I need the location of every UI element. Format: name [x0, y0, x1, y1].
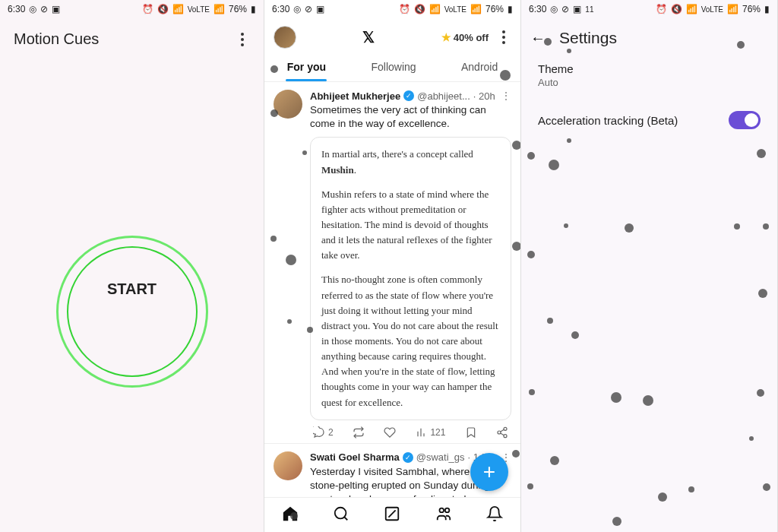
motion-cues-pane: 6:30 ◎ ⊘ ▣ ⏰ 🔇 📶 VoLTE 📶 76% ▮ Motion Cu…	[0, 0, 264, 532]
more-icon[interactable]	[235, 32, 250, 47]
instagram-icon: ◎	[550, 4, 558, 14]
start-label: START	[56, 190, 208, 388]
notif-count: 11	[585, 5, 593, 14]
bookmark-button[interactable]	[465, 426, 477, 439]
nav-notifications-icon[interactable]	[486, 505, 503, 525]
share-button[interactable]	[496, 426, 508, 439]
mute-icon: 🔇	[414, 4, 425, 14]
alarm-icon: ⏰	[142, 4, 153, 14]
battery-label: 76%	[229, 4, 247, 14]
image-icon: ▣	[52, 4, 60, 14]
nav-communities-icon[interactable]	[435, 505, 452, 525]
status-bar: 6:30 ◎ ⊘ ▣ ⏰ 🔇 📶 VoLTE 📶 76% ▮	[264, 0, 520, 18]
mute-icon: 🔇	[157, 4, 169, 14]
nav-search-icon[interactable]	[333, 505, 349, 525]
accel-setting[interactable]: Acceleration tracking (Beta)	[521, 99, 777, 141]
instagram-icon: ◎	[293, 4, 301, 14]
verified-icon: ✓	[403, 452, 413, 463]
tab-for-you[interactable]: For you	[281, 61, 332, 73]
signal-icon: 📶	[727, 4, 738, 14]
tweet-actions: 2 121	[310, 420, 511, 439]
battery-label: 76%	[742, 4, 761, 14]
check-icon: ⊘	[40, 4, 48, 14]
battery-label: 76%	[485, 4, 504, 14]
alarm-icon: ⏰	[656, 4, 667, 14]
x-logo-icon[interactable]: 𝕏	[362, 28, 375, 46]
tweet-author[interactable]: Swati Goel Sharma	[310, 451, 400, 463]
plus-icon: +	[483, 460, 495, 484]
svg-point-6	[445, 508, 450, 512]
status-bar: 6:30 ◎ ⊘ ▣ ⏰ 🔇 📶 VoLTE 📶 76% ▮	[0, 0, 264, 18]
reply-button[interactable]: 2	[313, 426, 334, 439]
svg-point-2	[504, 434, 507, 437]
settings-pane: 6:30 ◎ ⊘ ▣ 11 ⏰ 🔇 📶 VoLTE 📶 76% ▮ ← Sett…	[521, 0, 778, 532]
svg-point-5	[439, 508, 444, 512]
image-icon: ▣	[316, 4, 324, 14]
promo-badge[interactable]: ★40% off	[441, 31, 489, 43]
battery-icon: ▮	[251, 4, 256, 14]
quote-card[interactable]: In martial arts, there's a concept calle…	[310, 137, 511, 420]
tweet-time: · 20h	[473, 90, 495, 102]
page-title: Motion Cues	[14, 30, 99, 48]
status-time: 6:30	[272, 4, 289, 14]
accel-toggle[interactable]	[729, 111, 761, 129]
battery-icon: ▮	[764, 4, 770, 14]
theme-value: Auto	[538, 77, 761, 88]
bottom-nav	[264, 497, 520, 532]
feed-tabs: For you Following Android	[264, 52, 520, 82]
svg-point-1	[498, 431, 501, 434]
tweet-more-icon[interactable]: ⋮	[501, 90, 511, 102]
tab-android[interactable]: Android	[455, 61, 504, 73]
back-icon[interactable]: ←	[530, 30, 546, 47]
page-title: Settings	[559, 29, 617, 47]
mute-icon: 🔇	[671, 4, 682, 14]
wifi-icon: 📶	[429, 4, 441, 14]
tweet-text: Sometimes the very act of thinking can c…	[310, 103, 511, 131]
like-button[interactable]	[384, 426, 396, 439]
tweet-author[interactable]: Abhijeet Mukherjee	[310, 90, 400, 102]
svg-point-3	[335, 507, 346, 518]
profile-avatar[interactable]	[274, 26, 296, 49]
check-icon: ⊘	[305, 4, 312, 14]
status-time: 6:30	[529, 4, 546, 14]
theme-label: Theme	[538, 62, 761, 75]
more-icon[interactable]	[496, 30, 511, 45]
x-app-pane: 6:30 ◎ ⊘ ▣ ⏰ 🔇 📶 VoLTE 📶 76% ▮ 𝕏 ★40% of…	[264, 0, 521, 532]
status-bar: 6:30 ◎ ⊘ ▣ 11 ⏰ 🔇 📶 VoLTE 📶 76% ▮	[521, 0, 777, 18]
tweet-avatar[interactable]	[274, 451, 302, 480]
volte-label: VoLTE	[701, 5, 723, 14]
signal-icon: 📶	[470, 4, 482, 14]
volte-label: VoLTE	[444, 5, 466, 14]
status-time: 6:30	[8, 4, 25, 14]
signal-icon: 📶	[213, 4, 225, 14]
svg-point-0	[504, 427, 507, 430]
compose-fab[interactable]: +	[470, 453, 508, 491]
image-icon: ▣	[573, 4, 581, 14]
verified-icon: ✓	[403, 90, 414, 101]
volte-label: VoLTE	[188, 5, 210, 14]
start-button[interactable]: START	[56, 236, 208, 388]
star-icon: ★	[441, 31, 451, 43]
wifi-icon: 📶	[686, 4, 697, 14]
accel-label: Acceleration tracking (Beta)	[538, 114, 678, 127]
tab-following[interactable]: Following	[365, 61, 422, 73]
retweet-button[interactable]	[353, 426, 365, 439]
nav-grok-icon[interactable]	[384, 505, 400, 525]
tweet-handle: @abhijeet...	[417, 90, 470, 102]
tweet-handle: @swati_gs	[416, 451, 465, 463]
check-icon: ⊘	[561, 4, 569, 14]
battery-icon: ▮	[508, 4, 513, 14]
theme-setting[interactable]: Theme Auto	[521, 52, 777, 99]
tweet[interactable]: Abhijeet Mukherjee ✓ @abhijeet... · 20h …	[264, 82, 520, 444]
alarm-icon: ⏰	[399, 4, 410, 14]
views-button[interactable]: 121	[415, 426, 445, 439]
wifi-icon: 📶	[172, 4, 184, 14]
instagram-icon: ◎	[29, 4, 36, 14]
